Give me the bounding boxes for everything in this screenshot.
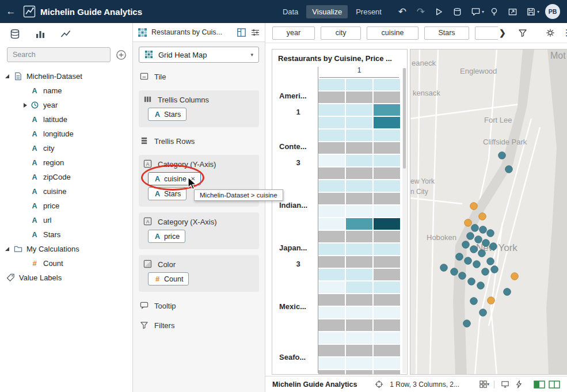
tree-field-name[interactable]: Aname xyxy=(0,83,132,98)
tree-field-latitude[interactable]: Alatitude xyxy=(0,112,132,127)
avatar[interactable]: PB xyxy=(545,4,560,19)
present-window-icon[interactable] xyxy=(504,3,522,20)
heatmap-cell[interactable] xyxy=(346,307,372,318)
grammar-drop-zone-category-x-axis[interactable]: ACategory (X-Axis)Aprice xyxy=(139,212,259,249)
map-point-teal[interactable] xyxy=(482,268,489,276)
grammar-pane-icon[interactable] xyxy=(237,28,246,37)
tree-field-region[interactable]: Aregion xyxy=(0,155,132,170)
heatmap-cell[interactable] xyxy=(318,370,345,375)
tree-calc-count[interactable]: #Count xyxy=(0,256,132,271)
grammar-trellis-rows[interactable]: Trellis Rows xyxy=(140,135,258,147)
heatmap-cell[interactable] xyxy=(374,332,400,344)
heatmap-cell[interactable] xyxy=(374,345,400,356)
map-point-teal[interactable] xyxy=(478,250,486,257)
heatmap-cell[interactable] xyxy=(346,231,372,242)
map-point-teal[interactable] xyxy=(463,320,471,328)
grammar-tooltip[interactable]: Tooltip xyxy=(140,300,258,311)
heatmap-cell[interactable] xyxy=(374,231,400,242)
heatmap-cell[interactable] xyxy=(318,104,345,116)
expand-arrow-icon[interactable] xyxy=(5,74,9,78)
heatmap-scrollbar[interactable] xyxy=(402,68,406,373)
map-point-teal[interactable] xyxy=(487,230,494,237)
heatmap-cell[interactable] xyxy=(374,142,400,154)
tree-field-longitude[interactable]: Alongitude xyxy=(0,127,132,141)
heatmap-cell[interactable] xyxy=(318,218,345,230)
heatmap-cell[interactable] xyxy=(346,79,372,90)
pill-price[interactable]: Aprice xyxy=(148,230,185,243)
heatmap-cell[interactable] xyxy=(346,193,372,204)
map-point-teal[interactable] xyxy=(487,258,494,265)
heatmap-cell[interactable] xyxy=(318,168,345,179)
refresh-data-icon[interactable] xyxy=(448,3,467,20)
heatmap-cell[interactable] xyxy=(346,332,372,344)
heatmap-cell[interactable] xyxy=(318,307,345,318)
heatmap-cell[interactable] xyxy=(374,218,400,230)
tree-field-price[interactable]: Aprice xyxy=(0,199,132,213)
nav-visualize[interactable]: Visualize xyxy=(306,5,348,18)
map-point-teal[interactable] xyxy=(468,278,475,286)
auto-insights-icon[interactable] xyxy=(512,379,526,390)
gear-icon[interactable] xyxy=(543,26,558,39)
heatmap-cell[interactable] xyxy=(374,357,400,369)
filter-pill-city[interactable]: city xyxy=(321,26,361,40)
heatmap-cell[interactable] xyxy=(374,117,400,128)
map-point-teal[interactable] xyxy=(473,261,481,268)
tree-value-labels[interactable]: Value Labels xyxy=(0,271,132,285)
heatmap-cell[interactable] xyxy=(374,180,400,192)
insights-icon[interactable] xyxy=(485,3,504,20)
map-point-teal[interactable] xyxy=(440,264,448,272)
heatmap-cell[interactable] xyxy=(374,104,400,116)
map-point-teal[interactable] xyxy=(480,309,487,317)
map-point-orange[interactable] xyxy=(465,219,472,227)
filter-pill-stars[interactable]: Stars xyxy=(424,26,469,40)
nav-data[interactable]: Data xyxy=(277,5,304,18)
back-button[interactable]: ← xyxy=(0,0,22,23)
heatmap-cell[interactable] xyxy=(374,79,400,90)
presentation-icon[interactable] xyxy=(498,379,512,390)
filter-icon[interactable] xyxy=(515,26,530,39)
map-point-teal[interactable] xyxy=(475,236,482,243)
canvas-layout-caret-icon[interactable]: ▾ xyxy=(487,382,489,387)
collapsed-arrow-icon[interactable] xyxy=(24,103,27,108)
map-point-teal[interactable] xyxy=(470,246,478,253)
redo-icon[interactable]: ↷ xyxy=(412,3,430,20)
grammar-drop-zone-category-y-axis[interactable]: ACategory (Y-Axis)Acuisine✕AStarsMicheli… xyxy=(139,155,259,207)
map-viz[interactable]: MoteaneckEnglewoodkensackFort LeeCliffsi… xyxy=(410,49,567,375)
grammar-filters[interactable]: Filters xyxy=(140,319,258,331)
heatmap-cell[interactable] xyxy=(318,193,345,204)
heatmap-cell[interactable] xyxy=(318,256,345,268)
heatmap-cell[interactable] xyxy=(318,345,345,356)
map-point-teal[interactable] xyxy=(504,288,511,296)
map-point-teal[interactable] xyxy=(467,233,474,240)
tree-my-calculations[interactable]: My Calculations xyxy=(0,242,132,256)
heatmap-cell[interactable] xyxy=(346,92,372,103)
grammar-drop-zone-trellis-columns[interactable]: Trellis ColumnsAStars xyxy=(139,90,259,127)
heatmap-cell[interactable] xyxy=(346,180,372,192)
save-icon[interactable] xyxy=(522,3,541,20)
map-point-teal[interactable] xyxy=(451,268,458,276)
nav-present[interactable]: Present xyxy=(350,5,387,18)
heatmap-cell[interactable] xyxy=(374,294,400,306)
tree-field-url[interactable]: Aurl xyxy=(0,213,132,227)
heatmap-cell[interactable] xyxy=(374,256,400,268)
heatmap-cell[interactable] xyxy=(318,281,345,293)
heatmap-cell[interactable] xyxy=(346,142,372,154)
run-icon[interactable] xyxy=(430,3,448,20)
add-data-icon[interactable] xyxy=(116,50,127,60)
settings-sliders-icon[interactable] xyxy=(250,28,260,37)
map-point-teal[interactable] xyxy=(498,152,506,159)
data-tab-icon[interactable] xyxy=(9,28,21,40)
grammar-tile[interactable]: Tile xyxy=(140,71,258,82)
heatmap-cell[interactable] xyxy=(346,345,372,356)
heatmap-cell[interactable] xyxy=(318,243,345,255)
heatmap-cell[interactable] xyxy=(374,269,400,280)
map-point-teal[interactable] xyxy=(459,272,466,280)
heatmap-cell[interactable] xyxy=(318,319,345,331)
heatmap-cell[interactable] xyxy=(318,332,345,344)
map-point-orange[interactable] xyxy=(488,297,495,305)
pill-stars[interactable]: AStars xyxy=(148,108,187,121)
heatmap-cell[interactable] xyxy=(318,117,345,128)
map-point-teal[interactable] xyxy=(480,226,487,234)
pill-stars[interactable]: AStars xyxy=(148,187,187,200)
heatmap-cell[interactable] xyxy=(346,269,372,280)
